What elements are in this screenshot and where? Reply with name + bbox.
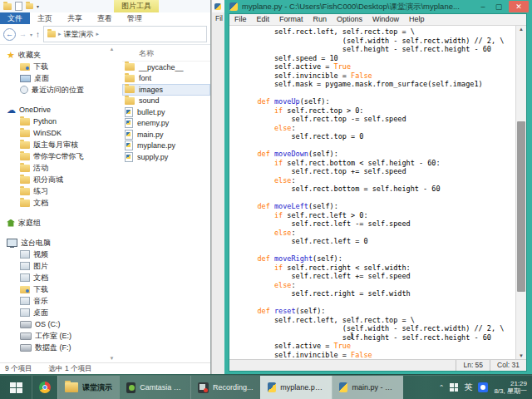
- menu-window[interactable]: Window: [367, 14, 404, 25]
- python-icon: [339, 382, 348, 392]
- sidebar-item-videos[interactable]: 视频: [0, 249, 116, 260]
- code-line: def moveLeft(self):: [240, 202, 515, 211]
- code-line: self.rect.left += self.speed: [240, 272, 515, 281]
- file-item-bullet.py[interactable]: bullet.py: [122, 106, 210, 118]
- forward-icon[interactable]: →: [19, 30, 27, 38]
- menu-run[interactable]: Run: [308, 14, 332, 25]
- nav-scroll-up-icon[interactable]: ▲: [108, 47, 116, 52]
- folder-icon: [20, 200, 30, 207]
- code-line: self.mask = pygame.mask.from_surface(sel…: [240, 80, 515, 89]
- sidebar-item-drive-e[interactable]: 工作室 (E:): [0, 330, 116, 342]
- sidebar-item-label: OS (C:): [35, 320, 61, 328]
- ribbon-tab-管理[interactable]: 管理: [120, 12, 150, 24]
- scrollbar-thumb[interactable]: [517, 121, 525, 292]
- sidebar-item-activity[interactable]: 活动: [0, 162, 116, 174]
- folder-icon: [20, 176, 30, 184]
- file-item-supply.py[interactable]: supply.py: [122, 151, 210, 163]
- drive-icon: [20, 332, 32, 340]
- qat-dropdown-icon[interactable]: ▾: [37, 3, 39, 9]
- code-line: self.active = True: [240, 342, 515, 351]
- history-dropdown-icon[interactable]: ▾: [30, 32, 32, 37]
- files-column-header-name[interactable]: 名称: [122, 47, 210, 62]
- input-method-icon[interactable]: [450, 383, 458, 392]
- idle-menubar: FileEditFormatRunOptionsWindowHelp: [229, 14, 526, 26]
- taskbar-button-recording[interactable]: Recording...: [190, 376, 260, 399]
- properties-icon[interactable]: [15, 2, 22, 11]
- code-area[interactable]: self.rect.left, self.rect.top = \ (self.…: [229, 26, 515, 359]
- breadcrumb-segment[interactable]: 课堂演示: [64, 29, 94, 40]
- sidebar-item-recent-places[interactable]: 最近访问的位置: [0, 84, 116, 96]
- menu-help[interactable]: Help: [404, 14, 430, 25]
- folder-icon: [20, 130, 30, 137]
- menu-options[interactable]: Options: [332, 14, 367, 25]
- file-item-sound[interactable]: sound: [122, 96, 210, 107]
- sidebar-item-drive-c[interactable]: OS (C:): [0, 318, 116, 330]
- taskbar-button-explorer[interactable]: 课堂演示: [57, 376, 119, 399]
- sidebar-item-documents[interactable]: 文档: [0, 272, 116, 283]
- sidebar-item-music[interactable]: 音乐: [0, 295, 116, 307]
- ribbon-tab-主页[interactable]: 主页: [30, 12, 60, 24]
- sidebar-item-points-mall[interactable]: 积分商城: [0, 174, 116, 185]
- file-item-font[interactable]: font: [122, 73, 210, 85]
- quick-access-toolbar: ▾: [0, 2, 39, 11]
- scroll-up-icon[interactable]: ▲: [516, 27, 526, 32]
- menu-file[interactable]: File: [229, 14, 252, 25]
- close-button[interactable]: ✕: [509, 1, 529, 12]
- sidebar-item-winsdk[interactable]: WinSDK: [0, 127, 116, 139]
- sidebar-item-monthly-review[interactable]: 版主每月审核: [0, 139, 116, 150]
- code-line: self.speed = 10: [240, 54, 515, 63]
- baidu-ime-icon[interactable]: [478, 382, 488, 392]
- idle-window: myplane.py - C:\Users\FishC000\Desktop\课…: [224, 0, 532, 374]
- taskbar-button-camtasia[interactable]: Camtasia Stu...: [119, 376, 190, 399]
- clock[interactable]: 21:29 8/3, 星期一: [494, 380, 527, 395]
- sidebar-item-downloads-pc[interactable]: 下载: [0, 283, 116, 295]
- ribbon-tab-共享[interactable]: 共享: [60, 12, 90, 24]
- up-icon[interactable]: ↑: [36, 30, 40, 39]
- sidebar-item-downloads[interactable]: 下载: [0, 61, 116, 72]
- picture-tools-context-tab[interactable]: 图片工具: [114, 0, 159, 12]
- background-file-menu[interactable]: Fil: [212, 14, 225, 22]
- start-button[interactable]: [0, 376, 32, 399]
- folder-icon: [20, 165, 30, 172]
- folder-icon: [20, 153, 30, 160]
- sidebar-item-favorites[interactable]: ★收藏夹: [0, 49, 116, 61]
- sidebar-item-pictures[interactable]: 图片: [0, 260, 116, 272]
- nav-scroll-down-icon[interactable]: ▼: [108, 356, 116, 361]
- background-idle-window[interactable]: Fil: [211, 0, 225, 374]
- sidebar-item-homegroup[interactable]: 家庭组: [0, 217, 116, 229]
- sidebar-item-desktop[interactable]: 桌面: [0, 72, 116, 84]
- file-item-enemy.py[interactable]: enemy.py: [122, 118, 210, 130]
- menu-format[interactable]: Format: [274, 14, 308, 25]
- sidebar-item-desktop-pc[interactable]: 桌面: [0, 307, 116, 318]
- back-icon[interactable]: ←: [3, 28, 16, 41]
- sidebar-item-learn-c[interactable]: 带你学C带你飞: [0, 150, 116, 162]
- sidebar-item-onedrive[interactable]: ☁OneDrive: [0, 104, 116, 116]
- file-item-myplane.py[interactable]: myplane.py: [122, 140, 210, 152]
- code-scrollbar[interactable]: ▲ ▼: [515, 26, 526, 359]
- file-item-images[interactable]: images: [122, 84, 210, 96]
- sidebar-item-python[interactable]: Python: [0, 116, 116, 127]
- tray-expand-icon[interactable]: ⌃: [439, 384, 445, 392]
- sidebar-item-docs-onedrive[interactable]: 文档: [0, 197, 116, 209]
- sidebar-item-practice[interactable]: 练习: [0, 185, 116, 197]
- language-indicator[interactable]: 英: [464, 382, 472, 393]
- breadcrumb[interactable]: ▸ 课堂演示 ▸: [43, 26, 207, 42]
- lib-icon: [20, 273, 30, 282]
- star-icon: ★: [7, 52, 15, 59]
- file-item-__pycache__[interactable]: __pycache__: [122, 62, 210, 73]
- idle-titlebar[interactable]: myplane.py - C:\Users\FishC000\Desktop\课…: [224, 0, 532, 13]
- scroll-down-icon[interactable]: ▼: [516, 353, 526, 358]
- maximize-button[interactable]: ▢: [493, 2, 505, 11]
- folder-icon: [20, 118, 30, 126]
- ribbon-tab-文件[interactable]: 文件: [0, 12, 30, 24]
- menu-edit[interactable]: Edit: [252, 14, 275, 25]
- sidebar-item-this-pc[interactable]: 这台电脑: [0, 237, 116, 249]
- file-item-main.py[interactable]: main.py: [122, 129, 210, 140]
- new-folder-icon[interactable]: [26, 3, 33, 9]
- taskbar-button-myplane[interactable]: myplane.py -...: [260, 376, 332, 399]
- sidebar-item-drive-f[interactable]: 数据盘 (F:): [0, 342, 116, 353]
- taskbar-button-chrome[interactable]: [32, 376, 57, 399]
- taskbar-button-main[interactable]: main.py - C:\...: [332, 376, 403, 399]
- minimize-button[interactable]: ‒: [477, 2, 489, 11]
- ribbon-tab-查看[interactable]: 查看: [90, 12, 120, 24]
